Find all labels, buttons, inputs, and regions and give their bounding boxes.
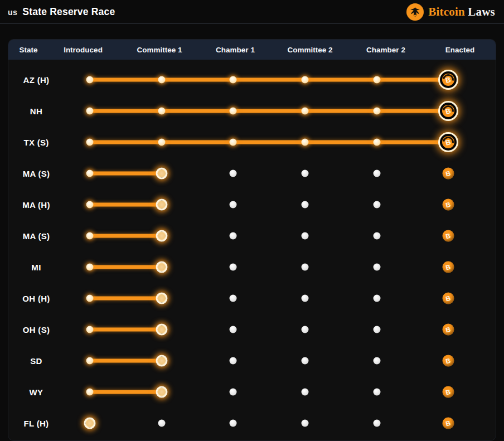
progress-track: B (8, 95, 496, 127)
stage-dot-completed (158, 139, 166, 146)
progress-track: B (8, 189, 496, 220)
stage-dot-upcoming (230, 232, 237, 240)
stage-dot-upcoming (230, 389, 237, 396)
stage-dot-upcoming (302, 201, 309, 209)
progress-track: B (8, 64, 496, 95)
column-header-committee-1: Committee 1 (137, 46, 182, 54)
tracker-board: State Introduced Committee 1 Chamber 1 C… (8, 39, 496, 441)
stage-dot-completed (374, 108, 381, 115)
table-row[interactable]: NHB (8, 95, 496, 127)
column-header-state: State (19, 46, 37, 54)
progress-track: B (8, 220, 496, 251)
stage-dot-upcoming (230, 420, 237, 427)
stage-dot-completed (86, 357, 94, 365)
stage-dot-upcoming (230, 295, 237, 302)
bitcoin-coin-icon: B (443, 293, 454, 304)
stage-dot-completed (302, 108, 309, 115)
us-flag-icon: us (8, 8, 17, 17)
progress-track: B (8, 314, 496, 345)
brand-name-secondary: Laws (468, 5, 495, 18)
stage-dot-upcoming (230, 201, 237, 209)
progress-line (90, 234, 162, 238)
table-row[interactable]: MIB (8, 251, 496, 283)
table-row[interactable]: FL (H)B (8, 408, 496, 439)
stage-dot-completed (158, 108, 166, 115)
progress-track: B (8, 376, 496, 408)
stage-dot-upcoming (230, 326, 237, 333)
stage-dot-upcoming (302, 389, 309, 396)
progress-line (90, 390, 162, 394)
table-row[interactable]: OH (S)B (8, 314, 496, 345)
progress-track: B (8, 251, 496, 283)
table-row[interactable]: WYB (8, 376, 496, 408)
bitcoin-coin-icon: B (443, 230, 454, 242)
stage-dot-current (156, 355, 168, 367)
table-row[interactable]: MA (S)B (8, 158, 496, 189)
column-header-introduced: Introduced (64, 46, 103, 54)
stage-dot-completed (230, 139, 237, 146)
column-header-chamber-1: Chamber 1 (216, 46, 255, 54)
table-row[interactable]: TX (S)B (8, 127, 496, 158)
bitcoin-coin-icon: B (443, 168, 454, 180)
brand-name-primary: Bitcoin (428, 5, 465, 18)
stage-dot-completed (302, 76, 309, 84)
stage-dot-current (156, 324, 168, 336)
bitcoin-coin-icon: B (443, 199, 454, 211)
stage-dot-upcoming (374, 420, 381, 427)
table-row[interactable]: AZ (H)B (8, 64, 496, 95)
stage-dot-completed (86, 170, 94, 177)
table-row[interactable]: OH (H)B (8, 283, 496, 314)
column-header-chamber-2: Chamber 2 (366, 46, 405, 54)
stage-dot-completed (86, 264, 94, 271)
progress-track: B (8, 158, 496, 189)
stage-dot-upcoming (374, 357, 381, 365)
table-row[interactable]: MA (S)B (8, 220, 496, 251)
stage-dot-completed (158, 76, 166, 84)
stage-dot-upcoming (374, 264, 381, 271)
stage-dot-upcoming (302, 295, 309, 302)
eagle-seal-icon (406, 3, 424, 21)
stage-dot-completed (302, 139, 309, 146)
enacted-bitcoin-icon: B (438, 132, 458, 152)
table-row[interactable]: SDB (8, 345, 496, 376)
brand-logo[interactable]: Bitcoin Laws (406, 3, 495, 21)
bitcoin-coin-icon: B (443, 355, 454, 367)
stage-dot-completed (86, 108, 94, 115)
stage-dot-current (84, 418, 96, 429)
stage-dot-current (156, 230, 168, 242)
table-header: State Introduced Committee 1 Chamber 1 C… (8, 40, 496, 60)
bitcoin-coin-icon: B (443, 261, 454, 273)
brand-name: Bitcoin Laws (428, 5, 495, 19)
stage-dot-upcoming (374, 326, 381, 333)
stage-dot-completed (86, 389, 94, 396)
stage-dot-completed (86, 295, 94, 302)
bitcoin-coin-icon: B (443, 324, 454, 336)
stage-dot-upcoming (230, 357, 237, 365)
page-title-group: us State Reserve Race (8, 6, 115, 18)
stage-dot-upcoming (302, 326, 309, 333)
bitcoin-coin-icon: B (443, 418, 454, 429)
stage-dot-upcoming (374, 295, 381, 302)
progress-track: B (8, 283, 496, 314)
column-header-committee-2: Committee 2 (287, 46, 332, 54)
progress-track: B (8, 127, 496, 158)
progress-line (90, 140, 448, 144)
progress-line (90, 359, 162, 363)
table-row[interactable]: MA (H)B (8, 189, 496, 220)
stage-dot-upcoming (230, 264, 237, 271)
progress-line (90, 109, 448, 113)
stage-dot-current (156, 261, 168, 273)
stage-dot-upcoming (374, 170, 381, 177)
top-bar: us State Reserve Race Bitcoin Laws (0, 0, 504, 24)
stage-dot-completed (230, 76, 237, 84)
table-rows: AZ (H)BNHBTX (S)BMA (S)BMA (H)BMA (S)BMI… (8, 60, 496, 439)
stage-dot-completed (86, 232, 94, 240)
progress-track: B (8, 345, 496, 376)
column-header-enacted: Enacted (445, 46, 475, 54)
stage-dot-upcoming (302, 232, 309, 240)
stage-dot-completed (86, 201, 94, 209)
stage-dot-completed (374, 76, 381, 84)
stage-dot-upcoming (374, 389, 381, 396)
enacted-bitcoin-icon: B (438, 70, 458, 90)
progress-line (90, 172, 162, 176)
